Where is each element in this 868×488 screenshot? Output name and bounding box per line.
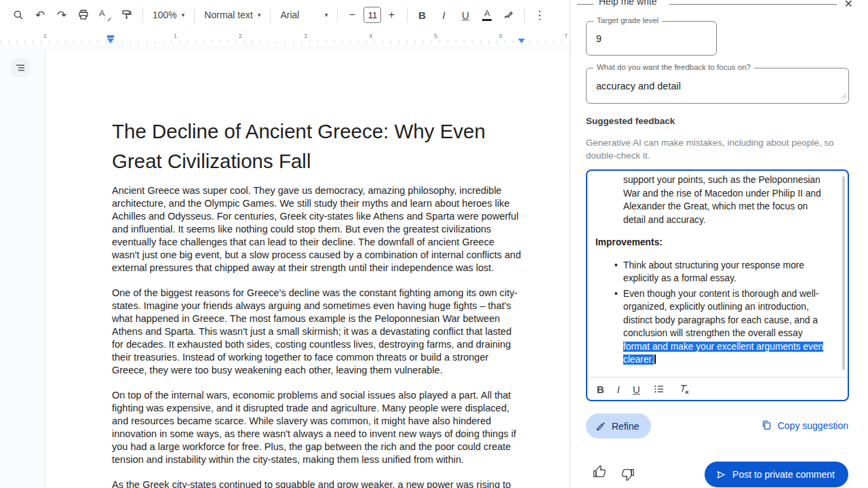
right-indent-marker[interactable] — [518, 39, 525, 43]
toolbar-separator — [142, 7, 143, 22]
thumbs-up-icon[interactable] — [591, 464, 608, 481]
feedback-focus-label: What do you want the feedback to focus o… — [593, 63, 754, 71]
feedback-improvements-heading: Improvements: — [595, 236, 830, 249]
underline-button[interactable]: U — [455, 5, 475, 25]
ruler-mark: 3 — [304, 33, 307, 39]
undo-icon[interactable]: ↶ — [30, 5, 50, 25]
paint-format-icon[interactable] — [117, 5, 137, 25]
ruler-mark: 1 — [174, 33, 177, 39]
ruler-mark: 2 — [239, 33, 242, 39]
font-size-value: 11 — [368, 10, 378, 20]
suggested-feedback-heading: Suggested feedback — [586, 116, 675, 126]
highlight-color-icon[interactable] — [498, 5, 519, 25]
bold-button[interactable]: B — [412, 5, 432, 25]
panel-top-border — [577, 4, 593, 5]
feedback-editor[interactable]: support your points, such as the Pelopon… — [587, 171, 848, 378]
ruler-mark: 1 — [43, 33, 47, 39]
document-paragraph: Ancient Greece was super cool. They gave… — [112, 184, 523, 274]
feedback-focus-input[interactable] — [587, 68, 848, 103]
bold-button[interactable]: B — [597, 384, 604, 395]
feedback-bullet-item: Think about structuring your response mo… — [623, 259, 830, 285]
spellcheck-icon[interactable]: A✓ — [95, 5, 115, 25]
panel-title: Help me write — [595, 0, 661, 7]
send-icon — [715, 469, 727, 481]
document-paragraph: As the Greek city-states continued to sq… — [112, 479, 523, 488]
font-value: Arial — [280, 9, 299, 20]
text-cursor — [654, 354, 656, 364]
ruler-mark: 4 — [369, 33, 372, 39]
copy-suggestion-button[interactable]: Copy suggestion — [761, 420, 848, 431]
feedback-scrollbar[interactable] — [842, 176, 845, 370]
italic-button[interactable]: I — [433, 5, 454, 25]
suggested-feedback-box: support your points, such as the Pelopon… — [586, 169, 849, 401]
document-paragraph: One of the biggest reasons for Greece's … — [112, 287, 523, 377]
ruler-mark: 5 — [434, 33, 437, 39]
pencil-spark-icon — [595, 421, 606, 432]
target-grade-level-field[interactable]: Target grade level — [586, 21, 717, 56]
docs-toolbar: ↶ ↷ A✓ 100% ▾ Normal text ▾ Ar — [0, 0, 570, 30]
font-size-input[interactable]: 11 — [363, 7, 381, 23]
horizontal-ruler[interactable]: 1 1 2 3 4 5 6 7 — [0, 30, 570, 45]
feedback-bullet-text: Think about structuring your response mo… — [623, 260, 804, 284]
more-options-icon[interactable]: ⋮ — [529, 5, 549, 25]
ai-disclaimer-text: Generative AI can make mistakes, includi… — [586, 136, 846, 162]
toolbar-separator — [337, 7, 338, 22]
bulleted-list-icon[interactable] — [653, 383, 665, 395]
post-to-private-comment-button[interactable]: Post to private comment — [705, 462, 848, 487]
underline-button[interactable]: U — [633, 384, 640, 395]
left-indent-marker[interactable] — [107, 39, 114, 43]
zoom-select[interactable]: 100% ▾ — [147, 5, 190, 25]
target-grade-level-input[interactable] — [587, 22, 716, 55]
document-title: The Decline of Ancient Greece: Why Even … — [112, 117, 492, 176]
ruler-mark: 7 — [564, 33, 568, 39]
post-button-label: Post to private comment — [732, 469, 835, 480]
selected-text: format and make your excellent arguments… — [623, 342, 823, 365]
ruler-mark: 6 — [499, 33, 502, 39]
paragraph-style-select[interactable]: Normal text ▾ — [199, 5, 266, 25]
toolbar-separator — [270, 7, 271, 22]
app-window: ↶ ↷ A✓ 100% ▾ Normal text ▾ Ar — [0, 0, 868, 488]
feedback-bullet-text: Even though your content is thorough and… — [623, 289, 818, 339]
increase-font-size-button[interactable]: + — [381, 5, 401, 25]
feedback-focus-field[interactable]: What do you want the feedback to focus o… — [586, 68, 849, 104]
refine-button[interactable]: Refine — [586, 413, 651, 439]
italic-button[interactable]: I — [617, 384, 620, 395]
toolbar-separator — [524, 7, 525, 22]
redo-icon[interactable]: ↷ — [52, 5, 72, 25]
font-select[interactable]: Arial ▾ — [275, 5, 333, 25]
close-icon[interactable]: ✕ — [844, 0, 853, 10]
first-line-indent-marker[interactable] — [107, 35, 114, 38]
copy-suggestion-label: Copy suggestion — [778, 420, 848, 431]
feedback-bullet-item: Even though your content is thorough and… — [623, 287, 830, 367]
feedback-intro-text: support your points, such as the Pelopon… — [623, 174, 830, 226]
chevron-down-icon: ▾ — [325, 12, 328, 18]
text-color-bar — [482, 19, 492, 21]
refine-label: Refine — [612, 421, 639, 432]
docs-editor-area: ↶ ↷ A✓ 100% ▾ Normal text ▾ Ar — [0, 0, 570, 488]
feedback-bullet-list: Think about structuring your response mo… — [595, 259, 830, 367]
chevron-down-icon: ▾ — [182, 12, 185, 18]
document-paragraph: On top of the internal wars, economic pr… — [112, 389, 523, 466]
chevron-down-icon: ▾ — [258, 12, 261, 18]
search-icon[interactable] — [8, 5, 28, 25]
text-color-button[interactable]: A — [477, 5, 497, 25]
panel-top-border — [669, 4, 837, 5]
zoom-value: 100% — [153, 9, 177, 20]
copy-icon — [761, 420, 772, 431]
thumbs-down-icon[interactable] — [619, 466, 637, 484]
paragraph-style-value: Normal text — [204, 9, 253, 20]
document-page[interactable]: The Decline of Ancient Greece: Why Even … — [46, 49, 570, 488]
decrease-font-size-button[interactable]: − — [342, 5, 362, 25]
toolbar-separator — [407, 7, 408, 22]
clear-formatting-icon[interactable] — [678, 383, 690, 395]
document-outline-icon[interactable] — [11, 58, 30, 77]
help-me-write-panel: Help me write ✕ Target grade level What … — [570, 0, 868, 488]
resize-handle-icon[interactable] — [840, 89, 847, 102]
print-icon[interactable] — [73, 5, 94, 25]
text-color-letter: A — [484, 9, 490, 18]
target-grade-level-label: Target grade level — [593, 16, 662, 24]
toolbar-separator — [194, 7, 195, 22]
feedback-format-toolbar: B I U — [587, 378, 848, 401]
document-body: Ancient Greece was super cool. They gave… — [112, 184, 570, 488]
